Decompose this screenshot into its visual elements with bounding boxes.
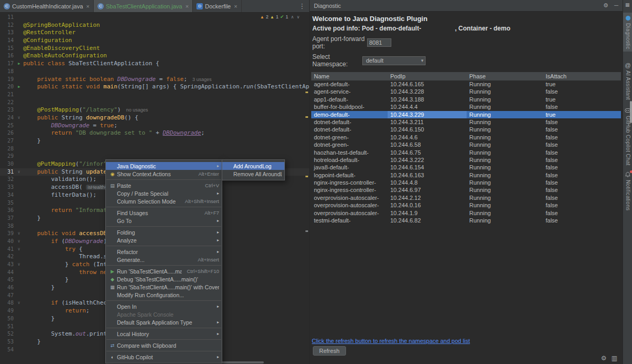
pod-table-row[interactable]: dotnet-default-10.244.6.150Runningfalse [311, 126, 621, 133]
code-line[interactable]: 26 return "DB downgrade set to " + DBDow… [0, 129, 309, 137]
pod-table-row[interactable]: testmi-default-10.244.6.82Runningfalse [311, 217, 621, 224]
table-column-header[interactable]: IsAttach [543, 72, 621, 80]
line-number[interactable]: 38 [0, 223, 15, 230]
line-number[interactable]: 34 [0, 191, 15, 199]
pod-table-row[interactable]: logpoint-default-10.244.6.163Runningfals… [311, 171, 621, 179]
pod-table-row[interactable]: overprovision-autoscaler-10.244.0.16Runn… [311, 201, 621, 209]
context-menu-item[interactable]: Open In▸ [106, 302, 222, 310]
pod-table-row[interactable]: nginx-ingress-controller-10.244.4.8Runni… [311, 179, 621, 186]
inspections-widget[interactable]: ▲2 ▲1 ✔1 ∧ ∨ [258, 14, 302, 20]
line-number[interactable]: 14 [0, 37, 15, 45]
pod-table-row[interactable]: haozhan-test-default-10.244.6.75Runningf… [311, 149, 621, 156]
context-menu-item[interactable]: Folding▸ [106, 228, 222, 236]
context-menu-item[interactable]: Refactor▸ [106, 248, 222, 256]
code-line[interactable]: 21 [0, 91, 309, 99]
fold-icon[interactable]: ∨ [15, 168, 23, 176]
panel-hide-icon[interactable]: ─ [614, 2, 618, 9]
line-number[interactable]: 44 [0, 269, 15, 277]
fold-icon[interactable]: ∨ [15, 230, 23, 238]
code-line[interactable]: 14@Configuration [0, 37, 309, 45]
code-line[interactable]: 13@RestController [0, 29, 309, 37]
context-menu-item[interactable]: Local History▸ [106, 330, 222, 338]
fold-icon[interactable]: ∨ [15, 246, 23, 254]
code-line[interactable]: 15@EnableDiscoveryClient [0, 45, 309, 53]
editor-tab[interactable]: CSbaTestClientApplication.java× [94, 0, 193, 12]
pod-table-row[interactable]: dotnet-default-10.244.3.211Runningfalse [311, 118, 621, 126]
pod-table-row[interactable]: app1-default-10.244.3.188Runningtrue [311, 96, 621, 103]
run-icon[interactable]: ▶ [15, 83, 23, 91]
run-icon[interactable]: ▶ [15, 60, 23, 68]
error-stripe-mark[interactable] [305, 230, 308, 232]
line-number[interactable]: 48 [0, 299, 15, 307]
pod-table-row[interactable]: demo-default-10.244.3.229Runningtrue [311, 111, 621, 118]
pod-table-row[interactable]: overprovision-autoscaler-10.244.1.9Runni… [311, 209, 621, 217]
prev-problem-icon[interactable]: ∧ [291, 15, 294, 19]
line-number[interactable]: 45 [0, 276, 15, 284]
line-number[interactable]: 29 [0, 153, 15, 160]
line-number[interactable]: 19 [0, 76, 15, 84]
context-menu-item[interactable]: Java Diagnostic▸ [106, 162, 222, 170]
pod-table-row[interactable]: overprovision-autoscaler-10.244.2.12Runn… [311, 194, 621, 201]
code-line[interactable]: 19 private static boolean DBDowngrade = … [0, 76, 309, 84]
line-number[interactable]: 36 [0, 207, 15, 215]
context-menu-item[interactable]: Default Spark Application Type▸ [106, 318, 222, 326]
error-stripe-mark[interactable] [305, 176, 308, 177]
code-line[interactable]: 27 } [0, 137, 309, 145]
context-menu-item[interactable]: ⇄Compare with Clipboard [106, 341, 222, 349]
refresh-hint-link[interactable]: Click the refresh button to refresh the … [312, 338, 470, 344]
close-tab-icon[interactable]: × [185, 3, 189, 9]
editor-tab[interactable]: DDockerfile× [193, 0, 241, 12]
context-menu-item[interactable]: Add AroundLog [222, 162, 284, 170]
code-line[interactable]: 16@EnableAutoConfiguration [0, 52, 309, 60]
settings-gear-icon[interactable]: ⚙ [601, 355, 607, 362]
error-stripe-mark[interactable] [305, 116, 308, 118]
pod-table-row[interactable]: buffer-for-buildpool-10.244.4.4Runningfa… [311, 103, 621, 110]
port-input[interactable] [367, 38, 391, 47]
line-number[interactable]: 42 [0, 253, 15, 261]
line-number[interactable]: 51 [0, 323, 15, 331]
pod-table-row[interactable]: dotnet-green-10.244.4.6Runningfalse [311, 134, 621, 141]
line-number[interactable]: 15 [0, 45, 15, 53]
context-menu-item[interactable]: Remove All AroundLog [222, 170, 284, 178]
table-column-header[interactable]: Phase [467, 72, 543, 80]
fold-icon[interactable]: ∨ [15, 238, 23, 246]
line-number[interactable]: 24 [0, 114, 15, 122]
line-number[interactable]: 41 [0, 246, 15, 254]
line-number[interactable]: 40 [0, 238, 15, 246]
table-column-header[interactable]: Name [311, 72, 388, 80]
code-line[interactable]: 28 [0, 145, 309, 153]
refresh-button[interactable]: Refresh [313, 346, 346, 356]
tool-window-button-notifications[interactable]: Notifications [623, 169, 632, 213]
line-number[interactable]: 12 [0, 22, 15, 29]
line-number[interactable]: 46 [0, 284, 15, 292]
line-number[interactable]: 47 [0, 292, 15, 300]
code-line[interactable]: 20▶ public static void main(String[] arg… [0, 83, 309, 91]
line-number[interactable]: 53 [0, 338, 15, 346]
line-number[interactable]: 31 [0, 168, 15, 176]
line-number[interactable]: 52 [0, 330, 15, 338]
context-menu-item[interactable]: Go To▸ [106, 217, 222, 225]
line-number[interactable]: 50 [0, 315, 15, 323]
code-line[interactable]: 17▶public class SbaTestClientApplication… [0, 60, 309, 68]
line-number[interactable]: 43 [0, 261, 15, 269]
tool-window-button-diagnostic[interactable]: Diagnostic [623, 13, 632, 52]
panel-scrollbar-thumb[interactable] [630, 101, 632, 123]
line-number[interactable]: 49 [0, 307, 15, 315]
code-line[interactable]: 25 DBDowngrade = true; [0, 122, 309, 130]
line-number[interactable]: 37 [0, 215, 15, 223]
next-problem-icon[interactable]: ∨ [297, 15, 300, 19]
line-number[interactable]: 30 [0, 160, 15, 168]
code-line[interactable]: 22 [0, 99, 309, 107]
line-number[interactable]: 54 [0, 346, 15, 354]
context-menu-item[interactable]: ◉Show Context ActionsAlt+Enter [106, 170, 222, 178]
context-menu-item[interactable]: Modify Run Configuration... [106, 291, 222, 299]
line-number[interactable]: 28 [0, 145, 15, 153]
context-menu-item[interactable]: ◐GitHub Copilot▸ [106, 353, 222, 361]
panel-settings-gear-icon[interactable]: ⚙ [603, 2, 608, 9]
context-menu-item[interactable]: Column Selection ModeAlt+Shift+Insert [106, 197, 222, 205]
line-number[interactable]: 27 [0, 137, 15, 145]
fold-icon[interactable]: ∨ [15, 114, 23, 122]
line-number[interactable]: 16 [0, 52, 15, 60]
line-number[interactable]: 25 [0, 122, 15, 130]
tab-options-kebab-icon[interactable]: ⋮ [295, 0, 309, 12]
